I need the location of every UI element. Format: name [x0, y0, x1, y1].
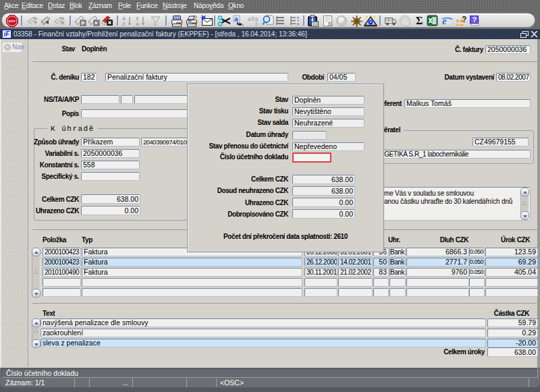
svg-text:a: a	[241, 22, 244, 27]
svg-text:A: A	[136, 21, 140, 27]
svg-text:Σ: Σ	[416, 15, 423, 26]
svg-text:P: P	[82, 21, 85, 26]
svg-text:a: a	[234, 15, 238, 22]
svg-text:Z: Z	[122, 21, 126, 27]
svg-text:?: ?	[473, 16, 477, 24]
svg-text:EXIT: EXIT	[9, 20, 16, 23]
svg-text:?: ?	[462, 15, 466, 24]
svg-text:e: e	[442, 16, 447, 26]
svg-text:a: a	[255, 22, 258, 26]
